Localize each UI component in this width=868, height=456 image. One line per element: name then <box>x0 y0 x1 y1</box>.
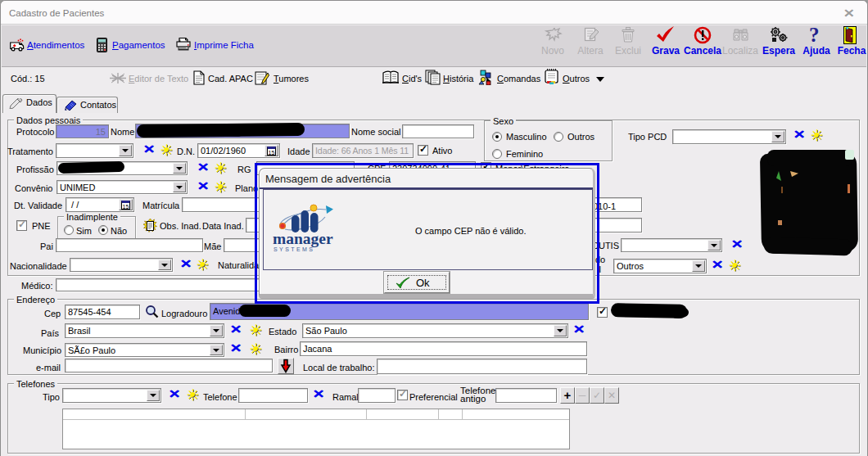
svg-text:SYSTEMS: SYSTEMS <box>274 246 314 252</box>
svg-text:manager: manager <box>273 230 333 247</box>
